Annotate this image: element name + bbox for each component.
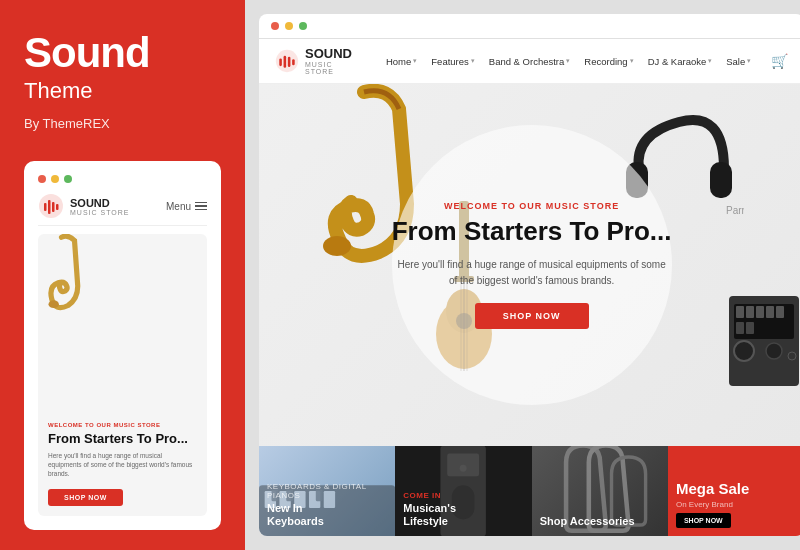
desktop-logo-icon (275, 47, 299, 75)
svg-rect-29 (776, 306, 784, 318)
card-sale-text: Mega Sale On Every Brand SHOP NOW (676, 480, 749, 528)
card-keyboards-label: Keyboards & Digital Pianos (267, 482, 387, 500)
svg-point-6 (276, 50, 298, 72)
nav-link-sale[interactable]: Sale ▾ (726, 56, 751, 67)
hamburger-icon (195, 202, 207, 211)
desktop-logo-sub: MUSIC STORE (305, 61, 356, 75)
svg-rect-9 (288, 57, 291, 67)
svg-rect-2 (48, 200, 51, 214)
bottom-cards: Keyboards & Digital Pianos New InKeyboar… (259, 446, 800, 536)
browser-chrome (259, 14, 800, 39)
nav-link-home[interactable]: Home ▾ (386, 56, 417, 67)
mobile-dot-yellow (51, 175, 59, 183)
card-keyboards[interactable]: Keyboards & Digital Pianos New InKeyboar… (259, 446, 395, 536)
svg-rect-30 (736, 322, 744, 334)
hero-title: From Starters To Pro... (392, 217, 672, 247)
svg-point-33 (766, 343, 782, 359)
desktop-hero: Parrot (259, 84, 800, 446)
mobile-traffic-lights (38, 175, 207, 183)
svg-point-47 (460, 465, 467, 472)
card-lifestyle[interactable]: Come In Musican'sLifestyle (395, 446, 531, 536)
mobile-hero-title: From Starters To Pro... (48, 431, 197, 447)
sidebar-subtitle: Theme (24, 78, 221, 104)
mobile-preview-card: SOUND MUSIC STORE Menu WELCOME TO O (24, 161, 221, 530)
shop-now-button[interactable]: SHOP NOW (475, 303, 589, 329)
hero-keyboard-device (724, 276, 800, 396)
svg-point-32 (734, 341, 754, 361)
hero-tag: WELCOME TO OUR MUSIC STORE (392, 201, 672, 211)
svg-point-5 (49, 300, 59, 308)
nav-link-recording[interactable]: Recording ▾ (584, 56, 633, 67)
svg-rect-31 (746, 322, 754, 334)
mobile-logo-icon (38, 193, 64, 219)
card-sale-shop-button[interactable]: SHOP NOW (676, 513, 731, 528)
nav-link-dj[interactable]: DJ & Karaoke ▾ (648, 56, 713, 67)
mobile-logo-sub: MUSIC STORE (70, 209, 130, 216)
hero-text-block: WELCOME TO OUR MUSIC STORE From Starters… (392, 201, 672, 329)
svg-point-0 (39, 194, 63, 218)
mobile-saxophone-svg (42, 234, 107, 338)
card-keyboards-text: Keyboards & Digital Pianos New InKeyboar… (267, 482, 387, 528)
svg-point-34 (788, 352, 796, 360)
desktop-preview-area: SOUND MUSIC STORE Home ▾ Features ▾ Band… (245, 0, 800, 550)
menu-text: Menu (166, 201, 191, 212)
svg-rect-7 (279, 59, 282, 67)
card-lifestyle-title: Musican'sLifestyle (403, 502, 456, 528)
svg-rect-10 (292, 59, 295, 65)
mobile-hero-desc: Here you'll find a huge range of musical… (48, 451, 197, 478)
mobile-dot-red (38, 175, 46, 183)
svg-rect-27 (756, 306, 764, 318)
mobile-header: SOUND MUSIC STORE Menu (38, 193, 207, 226)
nav-link-features[interactable]: Features ▾ (431, 56, 475, 67)
card-lifestyle-label: Come In (403, 491, 456, 500)
card-keyboards-title: New InKeyboards (267, 502, 387, 528)
cart-icon[interactable]: 🛒 (771, 53, 788, 69)
card-accessories-text: Shop Accessories (540, 515, 635, 528)
hero-desc: Here you'll find a huge range of musical… (392, 257, 672, 289)
svg-text:Parrot: Parrot (726, 205, 744, 216)
desktop-nav: SOUND MUSIC STORE Home ▾ Features ▾ Band… (259, 39, 800, 84)
sidebar: Sound Theme By ThemeREX SOUND MUSIC STOR… (0, 0, 245, 550)
nav-link-band[interactable]: Band & Orchestra ▾ (489, 56, 571, 67)
sidebar-title: Sound (24, 30, 221, 76)
card-sale[interactable]: Mega Sale On Every Brand SHOP NOW (668, 446, 800, 536)
desktop-logo: SOUND MUSIC STORE (275, 47, 356, 75)
svg-rect-21 (710, 162, 732, 198)
mobile-logo-text: SOUND (70, 197, 130, 209)
mobile-dot-green (64, 175, 72, 183)
card-sale-subtitle: On Every Brand (676, 500, 749, 509)
svg-rect-26 (746, 306, 754, 318)
browser-dot-red (271, 22, 279, 30)
mobile-hero-tag: WELCOME TO OUR MUSIC STORE (48, 422, 197, 428)
card-lifestyle-text: Come In Musican'sLifestyle (403, 491, 456, 528)
mobile-shop-now-button[interactable]: SHOP NOW (48, 489, 123, 506)
mobile-menu-label[interactable]: Menu (166, 201, 207, 212)
svg-rect-28 (766, 306, 774, 318)
desktop-logo-text: SOUND (305, 47, 356, 61)
card-accessories-title: Shop Accessories (540, 515, 635, 528)
svg-rect-8 (284, 56, 287, 68)
svg-rect-1 (44, 203, 47, 211)
mobile-logo: SOUND MUSIC STORE (38, 193, 130, 219)
browser-dot-yellow (285, 22, 293, 30)
svg-point-11 (323, 236, 351, 256)
nav-links: Home ▾ Features ▾ Band & Orchestra ▾ Rec… (386, 56, 751, 67)
svg-rect-4 (56, 204, 59, 210)
svg-rect-25 (736, 306, 744, 318)
svg-rect-3 (52, 202, 55, 212)
mobile-hero: WELCOME TO OUR MUSIC STORE From Starters… (38, 234, 207, 516)
card-accessories[interactable]: Shop Accessories (532, 446, 668, 536)
browser-dot-green (299, 22, 307, 30)
sidebar-by: By ThemeREX (24, 116, 221, 131)
browser-content: SOUND MUSIC STORE Home ▾ Features ▾ Band… (259, 39, 800, 536)
card-sale-title: Mega Sale (676, 480, 749, 498)
